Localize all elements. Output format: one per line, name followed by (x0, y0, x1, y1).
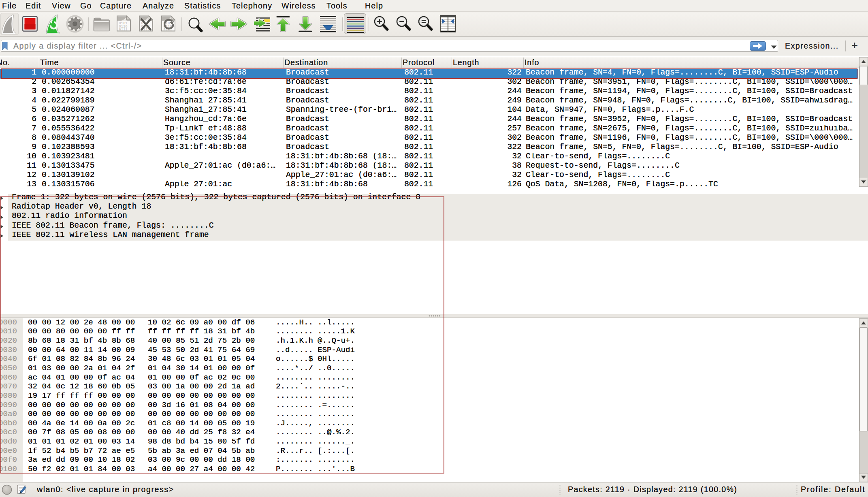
svg-text:0111: 0111 (119, 28, 128, 32)
